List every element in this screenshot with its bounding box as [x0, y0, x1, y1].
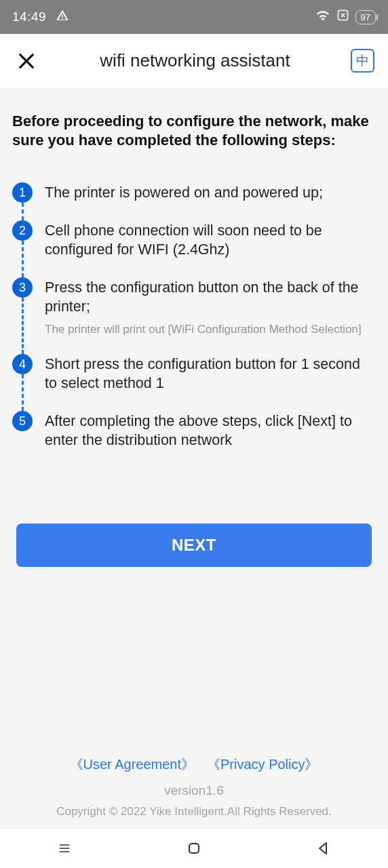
step-number-badge: 5 [12, 411, 33, 431]
step-text: Press the configuration button on the ba… [45, 279, 376, 317]
next-button[interactable]: NEXT [16, 524, 372, 567]
instructions-heading: Before proceeding to configure the netwo… [12, 112, 376, 150]
battery-indicator: 97 [355, 10, 376, 24]
step-item: 1 The printer is powered on and powered … [12, 182, 376, 220]
app-header: wifi networking assistant 中 [0, 34, 388, 87]
step-number-badge: 3 [12, 277, 33, 298]
no-sim-icon [337, 9, 349, 24]
step-text: Cell phone connection will soon need to … [45, 222, 376, 260]
footer: 《User Agreement》 《Privacy Policy》 versio… [0, 755, 388, 818]
step-item: 4 Short press the configuration button f… [12, 354, 376, 411]
step-number-badge: 1 [12, 182, 33, 203]
step-item: 2 Cell phone connection will soon need t… [12, 220, 376, 277]
step-text: After completing the above steps, click … [45, 412, 376, 450]
nav-home-button[interactable] [182, 836, 206, 861]
nav-recent-button[interactable] [52, 836, 77, 861]
page-title: wifi networking assistant [100, 50, 290, 71]
system-nav-bar [0, 828, 388, 868]
user-agreement-link[interactable]: 《User Agreement》 [70, 755, 195, 774]
step-text: Short press the configuration button for… [45, 355, 376, 393]
status-time: 14:49 [12, 9, 46, 24]
steps-list: 1 The printer is powered on and powered … [12, 182, 376, 450]
copyright-label: Copyright © 2022 Yike Intelligent.All Ri… [0, 805, 388, 818]
step-item: 5 After completing the above steps, clic… [12, 411, 376, 450]
main-content: Before proceeding to configure the netwo… [0, 87, 388, 567]
warning-icon [56, 9, 69, 25]
step-number-badge: 4 [12, 354, 33, 374]
battery-level: 97 [361, 12, 370, 22]
status-bar: 14:49 97 [0, 0, 388, 34]
wifi-icon [315, 9, 330, 24]
nav-back-button[interactable] [311, 836, 336, 861]
step-text: The printer is powered on and powered up… [45, 184, 376, 203]
privacy-policy-link[interactable]: 《Privacy Policy》 [207, 755, 318, 774]
step-item: 3 Press the configuration button on the … [12, 277, 376, 354]
language-toggle-button[interactable]: 中 [351, 49, 374, 73]
step-subtext: The printer will print out [WiFi Configu… [45, 322, 376, 336]
version-label: version1.6 [0, 783, 388, 798]
close-button[interactable] [14, 48, 39, 74]
step-number-badge: 2 [12, 220, 33, 241]
svg-rect-1 [189, 844, 199, 853]
